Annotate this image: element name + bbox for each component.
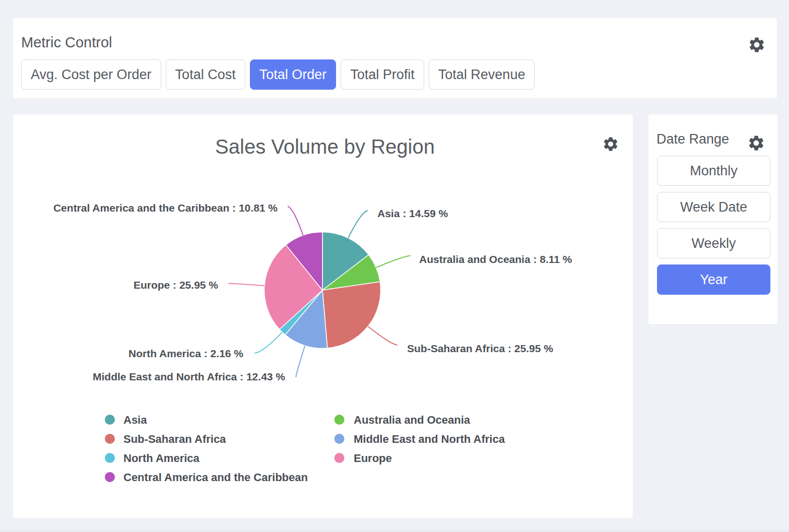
legend-dot-sub-saharan-africa <box>105 434 115 444</box>
gear-icon[interactable] <box>747 134 765 152</box>
pie-label-australia-and-oceania: Australia and Oceania : 8.11 % <box>419 253 572 265</box>
legend-item-north-america[interactable]: North America <box>105 452 200 464</box>
metric-button-total-order[interactable]: Total Order <box>250 59 337 90</box>
sales-volume-chart-panel: Sales Volume by Region Asia : 14.59 %Aus… <box>13 114 633 518</box>
metric-button-group: Avg. Cost per OrderTotal CostTotal Order… <box>21 59 535 90</box>
pie-label-line-north-america <box>255 332 282 353</box>
legend-dot-europe <box>335 453 345 463</box>
legend-dot-central-america-and-the-caribbean <box>105 472 115 482</box>
legend-item-sub-saharan-africa[interactable]: Sub-Saharan Africa <box>105 433 226 445</box>
legend-label-asia: Asia <box>123 414 147 426</box>
legend-item-central-america-and-the-caribbean[interactable]: Central America and the Caribbean <box>105 471 308 484</box>
metric-button-avg-cost-per-order[interactable]: Avg. Cost per Order <box>21 59 161 90</box>
legend-label-australia-and-oceania: Australia and Oceania <box>354 414 471 426</box>
legend-label-middle-east-and-north-africa: Middle East and North Africa <box>354 433 505 445</box>
range-button-monthly[interactable]: Monthly <box>657 156 770 186</box>
legend-item-asia[interactable]: Asia <box>105 414 147 426</box>
date-range-title: Date Range <box>656 132 729 146</box>
pie-label-middle-east-and-north-africa: Middle East and North Africa : 12.43 % <box>93 371 285 382</box>
gear-icon[interactable] <box>748 36 766 54</box>
pie-chart: Asia : 14.59 %Australia and Oceania : 8.… <box>13 114 633 518</box>
legend-label-sub-saharan-africa: Sub-Saharan Africa <box>123 433 226 445</box>
legend-item-middle-east-and-north-africa[interactable]: Middle East and North Africa <box>335 433 505 445</box>
dashboard-page: Metric Control Avg. Cost per OrderTotal … <box>0 0 789 532</box>
metric-control-title: Metric Control <box>21 35 112 50</box>
metric-button-total-profit[interactable]: Total Profit <box>341 59 424 90</box>
legend-label-europe: Europe <box>354 452 392 464</box>
legend-dot-north-america <box>105 453 115 463</box>
pie-label-north-america: North America : 2.16 % <box>128 348 243 359</box>
legend-dot-australia-and-oceania <box>335 415 345 425</box>
pie-label-central-america-and-the-caribbean: Central America and the Caribbean : 10.8… <box>53 202 278 214</box>
metric-button-total-cost[interactable]: Total Cost <box>166 59 245 90</box>
legend-item-australia-and-oceania[interactable]: Australia and Oceania <box>335 414 471 426</box>
range-button-weekly[interactable]: Weekly <box>657 228 770 258</box>
range-button-week-date[interactable]: Week Date <box>657 192 770 222</box>
pie-label-line-europe <box>229 284 264 286</box>
pie-label-asia: Asia : 14.59 % <box>377 208 448 219</box>
pie-label-line-sub-saharan-africa <box>368 326 397 345</box>
range-button-year[interactable]: Year <box>657 264 770 295</box>
legend-label-central-america-and-the-caribbean: Central America and the Caribbean <box>123 471 308 484</box>
pie-label-sub-saharan-africa: Sub-Saharan Africa : 25.95 % <box>407 343 553 354</box>
metric-control-panel: Metric Control Avg. Cost per OrderTotal … <box>13 18 777 98</box>
legend-dot-asia <box>105 415 115 425</box>
legend-dot-middle-east-and-north-africa <box>335 434 345 444</box>
date-range-button-group: MonthlyWeek DateWeeklyYear <box>657 156 770 295</box>
metric-button-total-revenue[interactable]: Total Revenue <box>429 59 535 90</box>
legend-item-europe[interactable]: Europe <box>335 452 392 464</box>
pie-slice-sub-saharan-africa[interactable] <box>322 282 381 348</box>
pie-label-line-middle-east-and-north-africa <box>296 346 305 377</box>
bottom-card-shadow <box>0 529 789 532</box>
pie-label-line-australia-and-oceania <box>376 256 410 268</box>
pie-label-line-asia <box>349 211 367 238</box>
pie-label-europe: Europe : 25.95 % <box>134 279 218 291</box>
date-range-panel: Date Range MonthlyWeek DateWeeklyYear <box>648 114 777 324</box>
legend-label-north-america: North America <box>123 452 200 464</box>
pie-label-line-central-america-and-the-caribbean <box>288 207 303 235</box>
